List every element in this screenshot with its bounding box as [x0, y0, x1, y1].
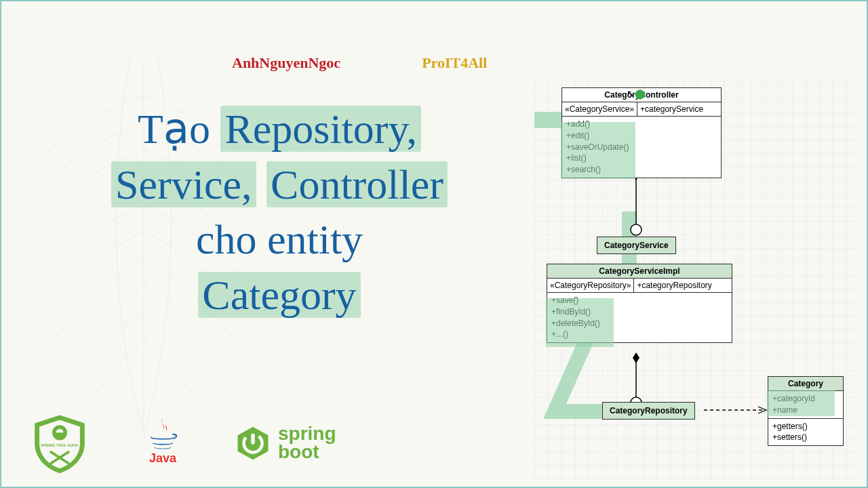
uml-class-entity: Category +categoryId +name +getters() +s…	[768, 376, 844, 446]
svg-point-9	[631, 224, 642, 235]
uml-class-service-impl: CategoryServiceImpl «CategoryRepository»…	[547, 264, 732, 343]
author-name: AnhNguyenNgoc	[232, 54, 340, 72]
brand-name: ProIT4All	[422, 54, 487, 72]
slide-title: Tạo Repository, Service, Controller cho …	[28, 103, 530, 324]
svg-text:SPRING TOOL SUITE: SPRING TOOL SUITE	[41, 443, 79, 447]
uml-diagram: ↖⬤ CategoryController «CategoryService» …	[534, 79, 860, 479]
svg-marker-11	[633, 352, 639, 363]
uml-class-controller: ↖⬤ CategoryController «CategoryService» …	[561, 87, 722, 178]
uml-interface-service: CategoryService	[597, 237, 676, 254]
java-logo-icon: Java	[138, 416, 187, 470]
spring-tool-suite-logo-icon: SPRING TOOL SUITE	[28, 412, 91, 474]
svg-rect-6	[251, 434, 254, 445]
controller-ops: +add() +edit() +saveOrUpdate() +list() +…	[562, 117, 721, 178]
uml-interface-repository: CategoryRepository	[602, 402, 695, 420]
cursor-icon: ↖⬤	[627, 88, 646, 99]
spring-boot-logo-icon: spring boot	[235, 425, 336, 462]
